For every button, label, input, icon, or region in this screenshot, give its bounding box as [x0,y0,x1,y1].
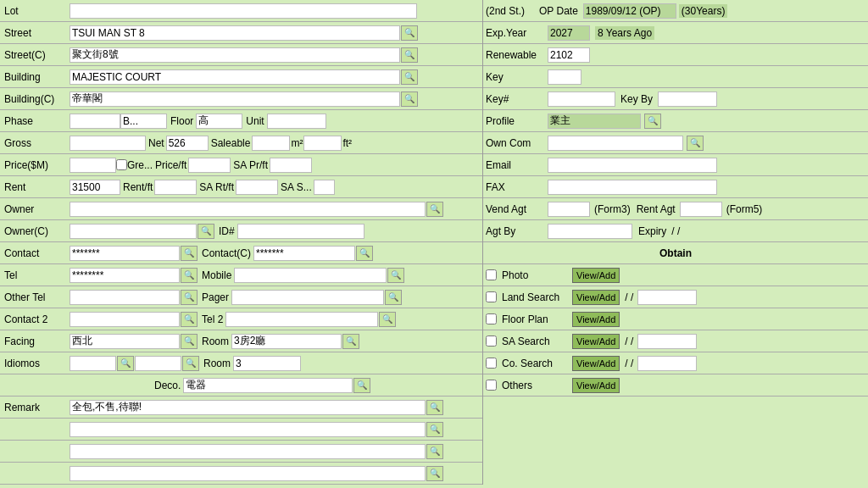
floor-input[interactable] [196,114,242,129]
landsearch-checkbox[interactable] [486,291,497,302]
ownerc-input[interactable] [70,224,197,239]
vendagt-input[interactable] [548,202,590,217]
lot-input[interactable] [70,3,417,19]
phase-input[interactable] [70,114,120,129]
tel-search-btn[interactable]: 🔍 [181,268,198,283]
remark-input4[interactable] [70,466,426,481]
priceft-input[interactable] [188,158,231,173]
streetc-search-btn[interactable]: 🔍 [401,47,418,63]
floorplan-label: Floor Plan [502,313,570,325]
remark-input2[interactable] [70,422,426,437]
fax-input[interactable] [548,180,717,195]
m2-input[interactable] [303,136,342,151]
idiomos-input1[interactable] [70,356,116,371]
owner-input[interactable] [70,202,426,217]
saleable-input[interactable] [252,136,290,151]
deco-search-btn[interactable]: 🔍 [353,378,370,393]
rentagt-input[interactable] [680,202,722,217]
building-input[interactable] [70,69,400,85]
idnum-input[interactable] [237,224,364,239]
pager-input[interactable] [231,290,384,305]
othertel-search-btn[interactable]: 🔍 [181,290,198,305]
opdate-input[interactable] [583,3,676,19]
renewable-input[interactable] [548,47,590,63]
landsearch-date-input[interactable] [637,290,697,305]
landsearch-viewadd-btn[interactable]: View/Add [572,290,620,305]
photo-viewadd-btn[interactable]: View/Add [572,268,620,283]
price-input[interactable] [70,158,116,173]
streetc-input[interactable] [70,47,400,63]
profile-input[interactable] [548,114,641,129]
phase-b-input[interactable] [120,114,167,129]
cosearch-date-input[interactable] [637,356,697,371]
key-input[interactable] [548,69,581,85]
idnum-label: ID# [219,225,235,237]
net-input[interactable] [166,136,209,151]
contact-search-btn[interactable]: 🔍 [181,246,198,261]
buildingc-search-btn[interactable]: 🔍 [401,92,418,107]
street-input[interactable] [70,25,400,41]
contact2-search-btn[interactable]: 🔍 [181,312,198,327]
idiomos-search-btn[interactable]: 🔍 [117,356,134,371]
rentft-input[interactable] [154,180,197,195]
rent-input[interactable] [70,180,120,195]
mobile-input[interactable] [234,268,387,283]
tel2-search-btn[interactable]: 🔍 [379,312,396,327]
cosearch-viewadd-btn[interactable]: View/Add [572,356,620,371]
unit-input[interactable] [267,114,326,129]
sasearch-viewadd-btn[interactable]: View/Add [572,334,620,349]
sartft-input[interactable] [236,180,278,195]
deco-input[interactable] [183,378,353,393]
facing-input[interactable] [70,334,180,349]
owncom-input[interactable] [548,136,683,151]
remark-input[interactable] [70,400,426,415]
profile-search-btn[interactable]: 🔍 [644,114,661,129]
pager-search-btn[interactable]: 🔍 [385,290,402,305]
contactc-input[interactable] [253,246,355,261]
email-input[interactable] [548,158,717,173]
floorplan-viewadd-btn[interactable]: View/Add [572,312,620,327]
facing-search-btn[interactable]: 🔍 [181,334,198,349]
remark-input3[interactable] [70,444,426,459]
saprft-input[interactable] [270,158,312,173]
tel-input[interactable] [70,268,180,283]
owncom-search-btn[interactable]: 🔍 [687,136,704,151]
keyby-input[interactable] [658,92,717,107]
photo-checkbox[interactable] [486,269,497,280]
building-search-btn[interactable]: 🔍 [401,69,418,85]
contactc-search-btn[interactable]: 🔍 [356,246,373,261]
idiomos-input2[interactable] [135,356,181,371]
agtby-input[interactable] [548,224,632,239]
room-input[interactable] [231,334,342,349]
remark-search-btn2[interactable]: 🔍 [426,422,443,437]
contact-input[interactable] [70,246,180,261]
ownerc-search-btn[interactable]: 🔍 [198,224,214,239]
sasearch-date-input[interactable] [637,334,697,349]
contact2-input[interactable] [70,312,180,327]
remark-search-btn[interactable]: 🔍 [426,400,443,415]
floorplan-checkbox[interactable] [486,313,497,324]
mobile-search-btn[interactable]: 🔍 [387,268,404,283]
expyear-input[interactable] [548,25,590,41]
idiomos-search-btn2[interactable]: 🔍 [182,356,199,371]
others-viewadd-btn[interactable]: View/Add [572,378,620,393]
gross-input[interactable] [70,136,146,151]
form5-label: (Form5) [726,203,763,215]
others-checkbox[interactable] [486,380,497,391]
sas-input[interactable] [314,180,335,195]
room2-input[interactable] [233,356,301,371]
room-search-btn[interactable]: 🔍 [342,334,359,349]
buildingc-input[interactable] [70,92,400,107]
remark-search-btn3[interactable]: 🔍 [426,444,443,459]
owner-search-btn[interactable]: 🔍 [426,202,443,217]
cosearch-row: Co. Search View/Add / / [483,352,868,374]
tel2-input[interactable] [225,312,378,327]
buildingc-row: Building(C) 🔍 [0,88,482,110]
remark-search-btn4[interactable]: 🔍 [426,466,443,481]
sasearch-checkbox[interactable] [486,336,497,347]
keyhash-input[interactable] [548,92,615,107]
street-search-btn[interactable]: 🔍 [401,25,418,41]
cosearch-checkbox[interactable] [486,358,497,369]
othertel-input[interactable] [70,290,180,305]
gre-checkbox[interactable] [116,159,127,170]
